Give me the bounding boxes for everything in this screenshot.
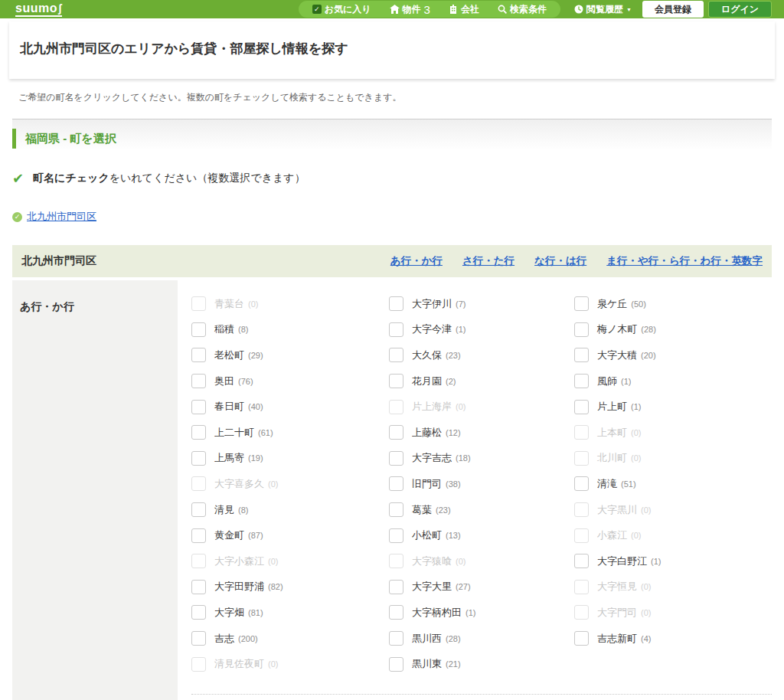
town-checkbox[interactable] xyxy=(389,348,403,362)
town-checkbox[interactable] xyxy=(574,296,589,311)
town-count: (0) xyxy=(268,479,278,489)
town-checkbox[interactable] xyxy=(389,425,403,440)
town-checkbox xyxy=(574,580,589,594)
town-item[interactable]: 片上町(1) xyxy=(574,400,772,414)
town-item: 小森江(0) xyxy=(574,528,772,543)
town-item[interactable]: 上藤松(12) xyxy=(389,425,574,440)
town-checkbox[interactable] xyxy=(191,374,206,388)
town-item[interactable]: 大字吉志(18) xyxy=(389,451,574,466)
town-item[interactable]: 清滝(51) xyxy=(574,476,772,491)
kana-link-a-ka[interactable]: あ行・か行 xyxy=(390,254,443,268)
town-checkbox[interactable] xyxy=(191,425,206,440)
town-checkbox[interactable] xyxy=(574,554,589,568)
town-checkbox[interactable] xyxy=(389,476,403,491)
town-count: (0) xyxy=(641,505,651,515)
town-checkbox[interactable] xyxy=(389,605,403,620)
town-item[interactable]: 清見(8) xyxy=(191,502,389,517)
town-item[interactable]: 奥田(76) xyxy=(191,374,389,388)
town-count: (20) xyxy=(641,351,656,360)
town-name: 黒川西 xyxy=(412,632,442,646)
town-name: 上藤松 xyxy=(412,426,442,440)
town-item[interactable]: 花月園(2) xyxy=(389,374,574,388)
town-item[interactable]: 黒川東(21) xyxy=(389,657,574,672)
clock-icon xyxy=(574,5,583,14)
town-item[interactable]: 泉ケ丘(50) xyxy=(574,296,772,311)
town-item[interactable]: 梅ノ木町(28) xyxy=(574,322,772,337)
town-checkbox[interactable] xyxy=(389,296,403,311)
town-checkbox xyxy=(574,451,589,466)
town-checkbox[interactable] xyxy=(191,502,206,517)
check-instruction: ✔ 町名にチェックをいれてください（複数選択できます） xyxy=(12,170,772,187)
town-item[interactable]: 大久保(23) xyxy=(389,348,574,362)
town-item[interactable]: 大字田野浦(82) xyxy=(191,580,389,594)
area-link-row: ✓ 北九州市門司区 xyxy=(12,210,772,224)
town-item: 大字黒川(0) xyxy=(574,502,772,517)
town-item[interactable]: 旧門司(38) xyxy=(389,476,574,491)
town-item[interactable]: 大字白野江(1) xyxy=(574,554,772,568)
register-button[interactable]: 会員登録 xyxy=(642,1,704,18)
town-item[interactable]: 上二十町(61) xyxy=(191,425,389,440)
town-item[interactable]: 黄金町(87) xyxy=(191,528,389,543)
town-checkbox[interactable] xyxy=(389,657,403,672)
nav-search-conditions[interactable]: 検索条件 xyxy=(488,3,556,16)
town-checkbox[interactable] xyxy=(191,348,206,362)
area-link[interactable]: 北九州市門司区 xyxy=(27,210,96,224)
town-checkbox[interactable] xyxy=(191,451,206,466)
town-item[interactable]: 黒川西(28) xyxy=(389,631,574,646)
town-count: (2) xyxy=(446,377,456,386)
town-checkbox[interactable] xyxy=(389,322,403,337)
town-item[interactable]: 葛葉(23) xyxy=(389,502,574,517)
town-checkbox[interactable] xyxy=(389,451,403,466)
town-item[interactable]: 吉志(200) xyxy=(191,631,389,646)
town-item[interactable]: 風師(1) xyxy=(574,374,772,388)
town-checkbox[interactable] xyxy=(574,348,589,362)
town-checkbox[interactable] xyxy=(389,374,403,388)
town-checkbox[interactable] xyxy=(191,580,206,594)
town-checkbox[interactable] xyxy=(574,631,589,646)
town-checkbox[interactable] xyxy=(389,631,403,646)
town-item[interactable]: 大字柄杓田(1) xyxy=(389,605,574,620)
nav-properties[interactable]: 物件 3 xyxy=(381,3,439,16)
town-item[interactable]: 上馬寄(19) xyxy=(191,451,389,466)
town-count: (50) xyxy=(631,299,646,309)
town-item[interactable]: 稲積(8) xyxy=(191,322,389,337)
kana-link-sa-ta[interactable]: さ行・た行 xyxy=(462,254,514,268)
town-item[interactable]: 老松町(29) xyxy=(191,348,389,362)
town-item[interactable]: 大字大積(20) xyxy=(574,348,772,362)
nav-history[interactable]: 閲覧履歴 ▼ xyxy=(560,3,642,16)
nav-favorites-label: お気に入り xyxy=(325,3,371,16)
town-checkbox[interactable] xyxy=(389,502,403,517)
town-checkbox[interactable] xyxy=(191,605,206,620)
nav-favorites[interactable]: ✓ お気に入り xyxy=(303,3,381,16)
town-item[interactable]: 春日町(40) xyxy=(191,400,389,414)
kana-link-na-ha[interactable]: な行・は行 xyxy=(534,254,586,268)
town-checkbox[interactable] xyxy=(191,400,206,414)
town-checkbox[interactable] xyxy=(191,631,206,646)
section-divider xyxy=(191,694,772,695)
town-checkbox[interactable] xyxy=(574,322,589,337)
town-checkbox[interactable] xyxy=(191,322,206,337)
town-checkbox[interactable] xyxy=(191,528,206,543)
town-checkbox xyxy=(574,605,589,620)
town-name: 上二十町 xyxy=(214,426,254,440)
town-item[interactable]: 吉志新町(4) xyxy=(574,631,772,646)
town-item[interactable]: 大字今津(1) xyxy=(389,322,574,337)
town-count: (82) xyxy=(268,582,283,591)
town-name: 大字猿喰 xyxy=(412,554,452,568)
town-item[interactable]: 大字伊川(7) xyxy=(389,296,574,311)
town-item[interactable]: 大字大里(27) xyxy=(389,580,574,594)
town-checkbox[interactable] xyxy=(389,528,403,543)
town-item[interactable]: 大字畑(81) xyxy=(191,605,389,620)
town-checkbox[interactable] xyxy=(574,476,589,491)
town-item[interactable]: 小松町(13) xyxy=(389,528,574,543)
town-name: 大字畑 xyxy=(214,606,244,620)
town-checkbox[interactable] xyxy=(389,580,403,594)
suumo-logo[interactable]: suumoʃ xyxy=(15,2,62,17)
kana-link-ma-etc[interactable]: ま行・や行・ら行・わ行・英数字 xyxy=(606,254,763,268)
town-name: 大字恒見 xyxy=(597,580,637,594)
town-item: 北川町(0) xyxy=(574,451,772,466)
login-button[interactable]: ログイン xyxy=(708,1,772,18)
town-checkbox[interactable] xyxy=(574,374,589,388)
nav-company[interactable]: 会社 xyxy=(439,3,488,16)
town-checkbox[interactable] xyxy=(574,400,589,414)
